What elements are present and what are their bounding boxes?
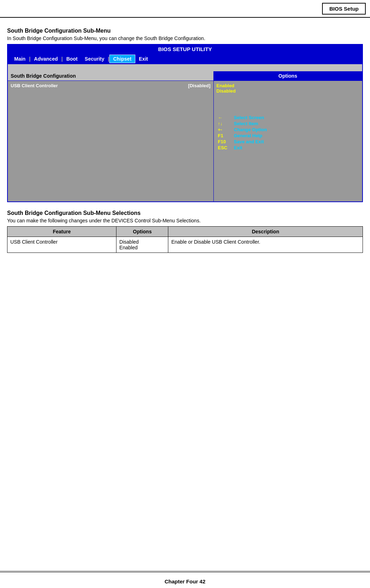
key-updown: ↑↓ [218,121,234,126]
section2-desc: You can make the following changes under… [7,218,363,223]
key-esc-desc: Exit [234,145,243,150]
bios-right-panel: Enabled Disabled ← Select Screen ↑↓ Sele… [213,81,363,202]
nav-exit[interactable]: Exit [135,55,152,63]
bios-item-value: [Disabled] [188,83,211,88]
keybinding-esc: ESC Exit [218,145,358,150]
bios-title-row: BIOS SETUP UTILITY [7,44,363,54]
key-select-screen-desc: Select Screen [234,115,264,120]
bottom-rules [0,571,370,574]
table-row: USB Client Controller Disabled Enabled E… [7,237,363,253]
key-change-option-desc: Change Option [234,127,267,132]
keybinding-change-option: +- Change Option [218,127,358,132]
row-options: Disabled Enabled [116,237,168,253]
nav-chipset[interactable]: Chipset [109,55,135,63]
bios-options-area: Enabled Disabled ← Select Screen ↑↓ Sele… [214,81,363,201]
key-plusminus: +- [218,127,234,132]
bios-utility-title: BIOS SETUP UTILITY [7,44,363,54]
bios-keybindings: ← Select Screen ↑↓ Select Item +- Change… [217,115,360,150]
key-arrow-left: ← [218,115,234,120]
section1-desc: In South Bridge Configuration Sub-Menu, … [7,35,363,41]
col-description: Description [168,227,363,237]
section2-title: South Bridge Configuration Sub-Menu Sele… [7,210,363,216]
nav-main[interactable]: Main [11,55,29,63]
key-select-item-desc: Select Item [234,121,259,126]
keybinding-general-help: F1 General Help [218,133,358,138]
nav-advanced[interactable]: Advanced [31,55,61,63]
bios-setup-label: BIOS Setup [322,3,366,15]
bios-utility-table: BIOS SETUP UTILITY Main | Advanced | Boo… [7,44,363,202]
selections-header-row: Feature Options Description [7,227,363,237]
option-disabled[interactable]: Disabled [217,88,360,94]
key-f10: F10 [218,139,234,144]
key-esc: ESC [218,145,234,150]
bios-item-label: USB Client Controller [11,83,188,88]
bios-sep-row [7,64,363,71]
bios-item: USB Client Controller [Disabled] [8,81,213,90]
key-general-help-desc: General Help [234,133,262,138]
key-f1: F1 [218,133,234,138]
bios-nav-cell: Main | Advanced | Boot Security | Chipse… [7,54,363,64]
bios-col-header-row: South Bridge Configuration Options [7,71,363,81]
bios-left-header: South Bridge Configuration [7,71,213,81]
bios-nav-row: Main | Advanced | Boot Security | Chipse… [7,54,363,64]
bios-content-row: USB Client Controller [Disabled] Enabled… [7,81,363,202]
selections-table: Feature Options Description USB Client C… [7,226,363,253]
chapter-footer: Chapter Four 42 [0,578,370,584]
option-enabled[interactable]: Enabled [217,83,360,88]
row-description: Enable or Disable USB Client Controller. [168,237,363,253]
nav-security[interactable]: Security [81,55,108,63]
row-feature: USB Client Controller [7,237,116,253]
bios-right-header: Options [213,71,363,81]
keybinding-save-exit: F10 Save and Exit [218,139,358,144]
section1-title: South Bridge Configuration Sub-Menu [7,28,363,34]
nav-boot[interactable]: Boot [63,55,81,63]
bottom-rule-thick [0,571,370,572]
col-feature: Feature [7,227,116,237]
col-options: Options [116,227,168,237]
keybinding-select-item: ↑↓ Select Item [218,121,358,126]
keybinding-select-screen: ← Select Screen [218,115,358,120]
bios-left-panel: USB Client Controller [Disabled] [7,81,213,202]
key-save-exit-desc: Save and Exit [234,139,264,144]
